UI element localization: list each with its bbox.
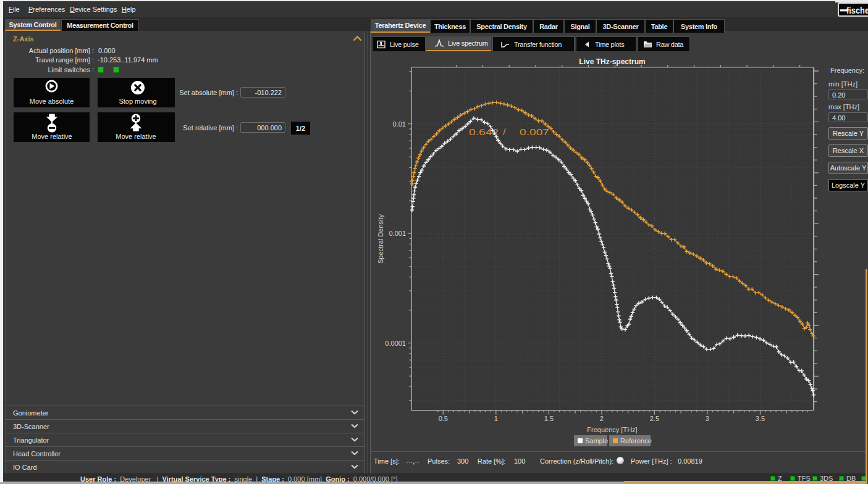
svg-text:Live THz-spectrum: Live THz-spectrum	[579, 57, 645, 66]
svg-text:0.0001: 0.0001	[385, 340, 406, 347]
svg-text:Frequency [THz]: Frequency [THz]	[587, 426, 637, 433]
svg-text:Move absolute: Move absolute	[30, 98, 74, 105]
svg-text:0.007: 0.007	[520, 127, 549, 137]
svg-text:0.01: 0.01	[393, 120, 406, 128]
svg-text:2: 2	[600, 415, 604, 422]
svg-text:2.5: 2.5	[650, 415, 659, 422]
svg-text:3.5: 3.5	[756, 415, 765, 422]
svg-text:3: 3	[706, 415, 709, 422]
svg-text:Sample: Sample	[585, 437, 608, 444]
svg-text:Move relative: Move relative	[116, 133, 156, 140]
svg-text:Spectral Density: Spectral Density	[377, 214, 384, 264]
svg-text:Move relative: Move relative	[32, 133, 72, 140]
svg-text:1.5: 1.5	[544, 415, 554, 422]
svg-text:0.001: 0.001	[389, 230, 406, 237]
svg-text:/: /	[503, 127, 506, 137]
svg-text:Reference: Reference	[620, 437, 652, 444]
svg-text:1: 1	[494, 415, 498, 422]
svg-text:0.5: 0.5	[439, 415, 448, 422]
svg-text:Stop moving: Stop moving	[119, 98, 156, 105]
svg-text:fischer: fischer	[846, 6, 868, 15]
